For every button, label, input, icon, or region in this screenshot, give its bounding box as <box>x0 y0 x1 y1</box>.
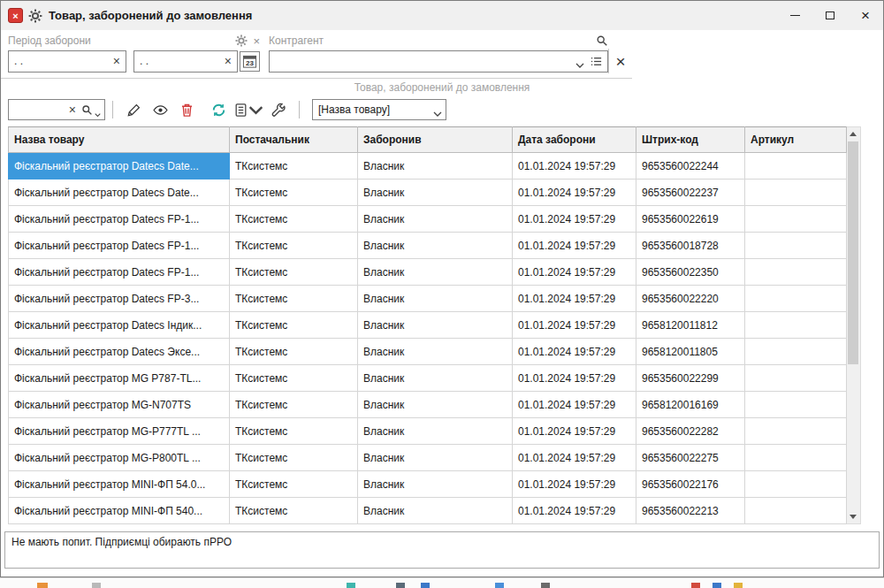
cell-supplier[interactable]: ТКсистемс <box>230 392 358 418</box>
cell-date[interactable]: 01.01.2024 19:57:29 <box>513 471 636 498</box>
table-row[interactable]: Фіскальний реєстратор Datecs FP-1...ТКси… <box>9 259 847 286</box>
settings-button[interactable] <box>267 98 290 121</box>
cell-barcode[interactable]: 9653560022176 <box>636 471 745 498</box>
cell-banned-by[interactable]: Власник <box>358 365 513 392</box>
column-header-article[interactable]: Артикул <box>745 127 847 153</box>
edit-button[interactable] <box>122 98 145 121</box>
cell-banned-by[interactable]: Власник <box>358 206 513 233</box>
cell-date[interactable]: 01.01.2024 19:57:29 <box>513 339 636 365</box>
table-row[interactable]: Фіскальний реєстратор MG P787-TL...ТКсис… <box>9 365 847 392</box>
column-header-supplier[interactable]: Постачальник <box>230 127 358 153</box>
table-row[interactable]: Фіскальний реєстратор MINI-ФП 54.0...ТКс… <box>9 471 847 498</box>
cell-article[interactable] <box>745 445 847 471</box>
cell-name[interactable]: Фіскальний реєстратор MG P787-TL... <box>9 365 230 392</box>
table-row[interactable]: Фіскальний реєстратор Datecs FP-1...ТКси… <box>9 206 847 233</box>
cell-article[interactable] <box>745 312 847 339</box>
column-selector-dropdown[interactable]: [Назва товару] <box>312 99 446 120</box>
clear-search-icon[interactable]: × <box>64 103 81 116</box>
cell-banned-by[interactable]: Власник <box>358 498 513 524</box>
cell-article[interactable] <box>745 498 847 524</box>
counterparty-input[interactable] <box>270 51 572 72</box>
cell-date[interactable]: 01.01.2024 19:57:29 <box>513 259 636 286</box>
date-from-input[interactable] <box>9 51 108 72</box>
cell-banned-by[interactable]: Власник <box>358 339 513 365</box>
cell-barcode[interactable]: 9653560022619 <box>636 206 745 233</box>
cell-name[interactable]: Фіскальний реєстратор Datecs FP-3... <box>9 286 230 312</box>
remove-period-filter-icon[interactable]: × <box>253 35 260 47</box>
cell-date[interactable]: 01.01.2024 19:57:29 <box>513 286 636 312</box>
column-header-banned-by[interactable]: Заборонив <box>358 127 513 153</box>
date-from-field[interactable]: × <box>8 50 126 73</box>
clear-date-from-icon[interactable]: × <box>108 55 126 67</box>
cell-article[interactable] <box>745 233 847 259</box>
cell-banned-by[interactable]: Власник <box>358 471 513 498</box>
cell-date[interactable]: 01.01.2024 19:57:29 <box>513 365 636 392</box>
cell-barcode[interactable]: 9653560022244 <box>636 153 745 179</box>
maximize-button[interactable] <box>812 1 848 30</box>
counterparty-search-icon[interactable] <box>596 34 608 47</box>
cell-name[interactable]: Фіскальний реєстратор MG-P800TL ... <box>9 445 230 471</box>
cell-supplier[interactable]: ТКсистемс <box>230 233 358 259</box>
cell-barcode[interactable]: 9653560022220 <box>636 286 745 312</box>
cell-name[interactable]: Фіскальний реєстратор Datecs Эксе... <box>9 339 230 365</box>
pick-from-list-icon[interactable] <box>590 55 603 68</box>
refresh-button[interactable] <box>207 98 230 121</box>
scroll-up-icon[interactable] <box>847 127 859 141</box>
cell-name[interactable]: Фіскальний реєстратор Datecs FP-1... <box>9 233 230 259</box>
cell-supplier[interactable]: ТКсистемс <box>230 259 358 286</box>
view-button[interactable] <box>149 98 171 121</box>
chevron-down-icon[interactable] <box>575 58 584 65</box>
cell-banned-by[interactable]: Власник <box>358 179 513 206</box>
cell-article[interactable] <box>745 153 847 179</box>
clear-all-filters-icon[interactable]: × <box>615 53 625 70</box>
table-row[interactable]: Фіскальний реєстратор MG-P777TL ...ТКсис… <box>9 418 847 445</box>
cell-banned-by[interactable]: Власник <box>358 233 513 259</box>
search-options-chevron-icon[interactable] <box>95 108 101 112</box>
table-row[interactable]: Фіскальний реєстратор Datecs Індик...ТКс… <box>9 312 847 339</box>
cell-name[interactable]: Фіскальний реєстратор Datecs FP-1... <box>9 206 230 233</box>
cell-supplier[interactable]: ТКсистемс <box>230 179 358 206</box>
cell-date[interactable]: 01.01.2024 19:57:29 <box>513 153 636 179</box>
cell-date[interactable]: 01.01.2024 19:57:29 <box>513 206 636 233</box>
scroll-down-icon[interactable] <box>847 510 859 523</box>
cell-name[interactable]: Фіскальний реєстратор Datecs FP-1... <box>9 259 230 286</box>
cell-supplier[interactable]: ТКсистемс <box>230 498 358 524</box>
cell-barcode[interactable]: 9653560022299 <box>636 365 745 392</box>
cell-article[interactable] <box>745 339 847 365</box>
cell-barcode[interactable]: 9653560022237 <box>636 179 745 206</box>
cell-supplier[interactable]: ТКсистемс <box>230 418 358 445</box>
date-to-input[interactable] <box>134 51 219 72</box>
table-row[interactable]: Фіскальний реєстратор Datecs Date...ТКси… <box>9 153 847 179</box>
cell-barcode[interactable]: 9658120011812 <box>636 312 745 339</box>
table-row[interactable]: Фіскальний реєстратор MG-P800TL ...ТКсис… <box>9 445 847 471</box>
cell-supplier[interactable]: ТКсистемс <box>230 365 358 392</box>
cell-article[interactable] <box>745 471 847 498</box>
cell-banned-by[interactable]: Власник <box>358 312 513 339</box>
cell-article[interactable] <box>745 206 847 233</box>
cell-name[interactable]: Фіскальний реєстратор Datecs Date... <box>9 179 230 206</box>
cell-banned-by[interactable]: Власник <box>358 418 513 445</box>
cell-supplier[interactable]: ТКсистемс <box>230 206 358 233</box>
cell-article[interactable] <box>745 179 847 206</box>
table-row[interactable]: Фіскальний реєстратор Datecs FP-3...ТКси… <box>9 286 847 312</box>
cell-banned-by[interactable]: Власник <box>358 153 513 179</box>
counterparty-combobox[interactable] <box>269 50 608 73</box>
column-header-barcode[interactable]: Штрих-код <box>636 127 745 153</box>
table-row[interactable]: Фіскальний реєстратор Datecs Эксе...ТКси… <box>9 339 847 365</box>
cell-banned-by[interactable]: Власник <box>358 445 513 471</box>
cell-article[interactable] <box>745 259 847 286</box>
cell-banned-by[interactable]: Власник <box>358 286 513 312</box>
cell-banned-by[interactable]: Власник <box>358 392 513 418</box>
cell-name[interactable]: Фіскальний реєстратор MG-P777TL ... <box>9 418 230 445</box>
cell-date[interactable]: 01.01.2024 19:57:29 <box>513 498 636 524</box>
column-header-name[interactable]: Назва товару <box>9 127 230 153</box>
cell-barcode[interactable]: 9658120016169 <box>636 392 745 418</box>
cell-article[interactable] <box>745 392 847 418</box>
date-to-field[interactable]: × <box>133 50 238 73</box>
cell-banned-by[interactable]: Власник <box>358 259 513 286</box>
search-field[interactable]: × <box>8 99 105 120</box>
filter-settings-gear-icon[interactable] <box>235 34 248 47</box>
column-header-date[interactable]: Дата заборони <box>513 127 636 153</box>
table-row[interactable]: Фіскальний реєстратор Datecs FP-1...ТКси… <box>9 233 847 259</box>
cell-date[interactable]: 01.01.2024 19:57:29 <box>513 445 636 471</box>
